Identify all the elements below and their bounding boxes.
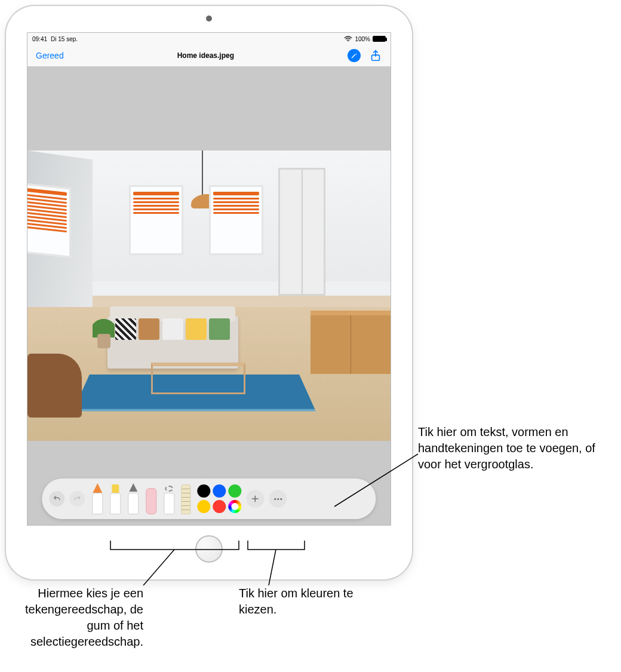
leader-lines — [0, 0, 621, 672]
